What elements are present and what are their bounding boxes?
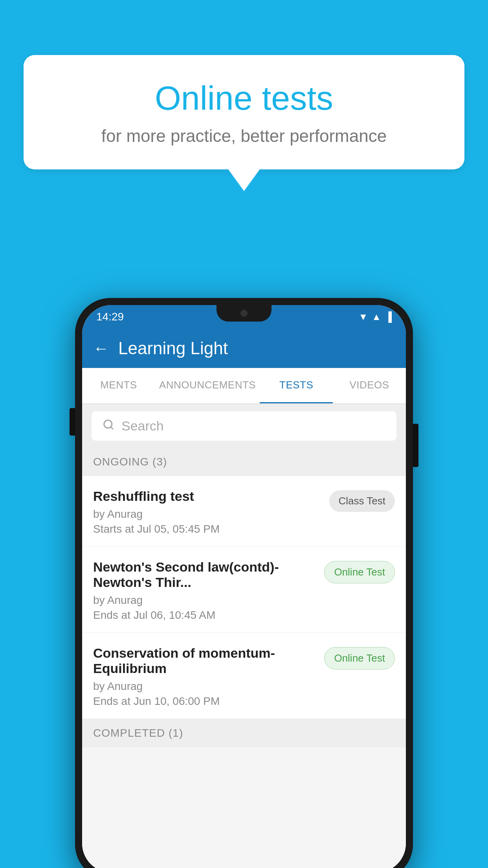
wifi-icon: ▼ [358,311,368,322]
signal-icon: ▲ [372,311,381,322]
completed-section-header: COMPLETED (1) [82,719,406,747]
speech-bubble-arrow [228,169,260,191]
test-item-1-date: Starts at Jul 05, 05:45 PM [93,523,321,535]
test-item-2-info: Newton's Second law(contd)-Newton's Thir… [93,559,316,622]
tab-videos[interactable]: VIDEOS [333,368,406,403]
app-bar: ← Learning Light [82,329,406,368]
tab-ments[interactable]: MENTS [82,368,155,403]
tabs-container: MENTS ANNOUNCEMENTS TESTS VIDEOS [82,368,406,404]
front-camera [240,310,248,317]
test-item-1-title: Reshuffling test [93,489,321,504]
promo-subtitle: for more practice, better performance [55,126,433,146]
phone-frame: 14:29 ▼ ▲ ▐ ← Learning Light MENTS ANNOU… [75,298,413,868]
status-icons: ▼ ▲ ▐ [358,311,392,322]
search-container: Search [82,404,406,448]
battery-icon: ▐ [385,311,392,322]
test-item-3-title: Conservation of momentum-Equilibrium [93,645,316,676]
phone-notch [216,305,272,322]
test-item-2-date: Ends at Jul 06, 10:45 AM [93,609,316,622]
test-item-1-author: by Anurag [93,508,321,520]
search-input-wrapper[interactable]: Search [92,411,396,441]
test-item-2-badge: Online Test [324,561,395,583]
app-bar-title: Learning Light [118,338,228,358]
back-button[interactable]: ← [93,340,109,357]
test-item-2[interactable]: Newton's Second law(contd)-Newton's Thir… [82,547,406,633]
completed-header-text: COMPLETED (1) [93,727,183,739]
test-item-1-info: Reshuffling test by Anurag Starts at Jul… [93,489,321,535]
phone-mockup: 14:29 ▼ ▲ ▐ ← Learning Light MENTS ANNOU… [75,298,413,868]
test-item-3-badge: Online Test [324,647,395,669]
tab-tests[interactable]: TESTS [260,368,333,403]
test-item-3-info: Conservation of momentum-Equilibrium by … [93,645,316,708]
test-item-3[interactable]: Conservation of momentum-Equilibrium by … [82,633,406,719]
promo-title: Online tests [55,79,433,118]
phone-screen: 14:29 ▼ ▲ ▐ ← Learning Light MENTS ANNOU… [82,305,406,868]
test-item-2-title: Newton's Second law(contd)-Newton's Thir… [93,559,316,590]
test-item-3-author: by Anurag [93,680,316,693]
tab-announcements[interactable]: ANNOUNCEMENTS [155,368,260,403]
speech-bubble: Online tests for more practice, better p… [24,55,464,169]
test-item-1-badge: Class Test [329,490,395,512]
promo-section: Online tests for more practice, better p… [24,55,464,191]
ongoing-header-text: ONGOING (3) [93,456,167,468]
content-area: ONGOING (3) Reshuffling test by Anurag S… [82,448,406,868]
test-item-2-author: by Anurag [93,594,316,607]
search-placeholder-text: Search [121,418,164,434]
test-item-3-date: Ends at Jun 10, 06:00 PM [93,695,316,708]
test-item-1[interactable]: Reshuffling test by Anurag Starts at Jul… [82,476,406,547]
search-icon [103,418,114,434]
svg-line-1 [111,427,113,429]
status-time: 14:29 [96,311,124,323]
ongoing-section-header: ONGOING (3) [82,448,406,476]
